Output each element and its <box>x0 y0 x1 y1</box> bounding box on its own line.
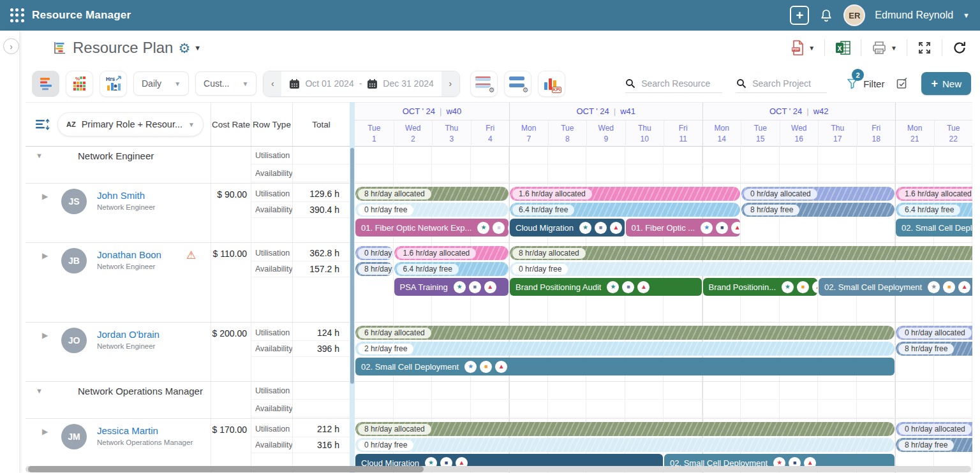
expand-resource-button[interactable]: ▶ <box>42 192 48 201</box>
view-toggle-plan[interactable] <box>32 71 59 97</box>
collapse-group-button[interactable]: ▼ <box>36 152 43 159</box>
project-bar[interactable]: 02. Small Cell Deployment★■▲ <box>355 358 895 375</box>
search-project-input[interactable] <box>751 78 827 89</box>
calendar-icon[interactable] <box>289 78 300 89</box>
expand-resource-button[interactable]: ▶ <box>42 331 48 340</box>
vertical-scrollbar-thumb[interactable] <box>350 148 354 384</box>
day-number: 7 <box>526 135 531 143</box>
calendar-icon[interactable] <box>367 78 378 89</box>
availability-bar[interactable]: 6.4 hr/day free <box>394 262 509 276</box>
row-expand-all-icon[interactable] <box>34 118 50 131</box>
horizontal-scrollbar[interactable] <box>26 466 971 472</box>
utilisation-bar[interactable]: 0 hr/day allocated <box>896 326 972 340</box>
prev-period-button[interactable]: ‹ <box>264 71 281 96</box>
collapse-group-button[interactable]: ▼ <box>36 387 43 395</box>
resource-name-link[interactable]: John Smith <box>97 190 155 201</box>
group-sort-select[interactable]: AZ Primary Role + Resour... ▼ <box>57 112 204 136</box>
expand-resource-button[interactable]: ▶ <box>42 427 48 436</box>
kpi-panel-button[interactable]: KPI <box>538 71 565 97</box>
view-toggle-hours-kpi[interactable]: Hrs <box>100 71 127 97</box>
resource-name-link[interactable]: Jordan O'brain <box>97 329 160 340</box>
view-settings-gear-icon[interactable]: ⚙ <box>178 41 190 55</box>
availability-bar-label: 0 hr/day free <box>512 264 568 275</box>
project-bar[interactable]: 01. Fiber Optic ...★■▲ <box>626 219 741 236</box>
availability-bar[interactable]: 8 hr/day <box>355 262 393 276</box>
pdf-options-caret-icon[interactable]: ▼ <box>808 45 815 52</box>
chevron-down-icon: ▼ <box>188 121 195 128</box>
availability-bar[interactable]: 0 hr/day free <box>510 262 972 276</box>
utilisation-bar[interactable]: 8 hr/day allocated <box>355 422 895 436</box>
project-bar[interactable]: PSA Training★■▲ <box>394 278 509 296</box>
date-from-value[interactable]: Oct 01 2024 <box>305 78 353 89</box>
user-avatar[interactable]: ER <box>843 4 865 26</box>
row-display-settings-button[interactable]: ⚙ <box>470 71 498 97</box>
day-of-week: Wed <box>791 124 806 133</box>
utilisation-bar[interactable]: 6 hr/day allocated <box>355 326 895 340</box>
utilisation-bar[interactable]: 8 hr/day allocated <box>510 246 972 260</box>
new-button[interactable]: + New <box>921 72 971 95</box>
availability-bar[interactable]: 8 hr/day free <box>741 203 895 217</box>
utilisation-bar[interactable]: 0 hr/day allocated <box>896 422 972 436</box>
day-number: 9 <box>604 135 608 143</box>
print-button[interactable]: ▼ <box>871 40 897 55</box>
utilisation-bar[interactable]: 1.6 hr/day allocated <box>896 187 972 201</box>
bar-display-settings-button[interactable]: ⚙ <box>504 71 531 97</box>
availability-bar[interactable]: 6.4 hr/day free <box>510 203 740 217</box>
availability-bar[interactable]: 8 hr/day free <box>896 438 972 452</box>
user-menu-chevron-icon[interactable]: ▼ <box>963 11 970 19</box>
horizontal-scrollbar-thumb[interactable] <box>28 466 424 472</box>
week-header-cell: OCT ' 24|w40 <box>355 103 509 120</box>
project-bar[interactable]: Brand Positioning Audit★■▲ <box>510 278 702 296</box>
day-number: 14 <box>718 135 726 143</box>
utilisation-bar[interactable]: 0 hr/day <box>355 246 393 260</box>
sidebar-expand-button[interactable]: › <box>3 38 19 54</box>
search-resource-input[interactable] <box>640 78 722 89</box>
week-separator: | <box>440 106 442 116</box>
project-lane: PSA Training★■▲Brand Positioning Audit★■… <box>355 278 972 296</box>
availability-bar[interactable]: 6.4 hr/day free <box>896 203 972 217</box>
utilisation-bar[interactable]: 8 hr/day allocated <box>355 187 509 201</box>
availability-bar[interactable]: 2 hr/day free <box>355 342 895 356</box>
project-bar[interactable]: Cloud Migration★■▲ <box>510 219 625 236</box>
refresh-button[interactable] <box>952 40 967 55</box>
filter-presets-button[interactable] <box>896 77 909 90</box>
expand-resource-button[interactable]: ▶ <box>42 251 48 260</box>
filter-button[interactable]: 2 Filter <box>846 77 884 90</box>
user-name: Edmund Reynold <box>875 10 953 21</box>
granularity-select[interactable]: Daily ▼ <box>133 71 189 96</box>
project-bar[interactable]: 01. Fiber Optic Network Exp...★■▲ <box>355 219 509 236</box>
date-to-value[interactable]: Dec 31 2024 <box>383 78 433 89</box>
utilisation-bar[interactable]: 0 hr/day allocated <box>741 187 895 201</box>
resource-name-link[interactable]: Jessica Martin <box>97 425 193 436</box>
quick-add-button[interactable]: + <box>790 6 809 25</box>
availability-bar-label: 2 hr/day free <box>358 344 413 354</box>
availability-bar[interactable]: 8 hr/day free <box>896 342 972 356</box>
resource-table-body: ▼Network EngineerUtilisationAvailability… <box>26 147 350 473</box>
resource-table-header: AZ Primary Role + Resour... ▼ Cost Rate … <box>26 102 350 147</box>
notifications-bell-icon[interactable] <box>819 8 834 23</box>
svg-text:PDF: PDF <box>792 47 800 51</box>
vertical-scrollbar[interactable] <box>350 102 355 473</box>
apps-grid-icon[interactable] <box>10 8 24 22</box>
week-separator: | <box>614 106 616 116</box>
view-dropdown-caret-icon[interactable]: ▼ <box>194 44 201 52</box>
availability-bar[interactable]: 0 hr/day free <box>355 203 509 217</box>
fullscreen-button[interactable] <box>917 40 932 55</box>
search-project-field <box>736 74 827 93</box>
triangle-icon: ▲ <box>812 281 817 293</box>
day-header-cell: Mon14 <box>702 120 741 147</box>
export-pdf-button[interactable]: PDF ▼ <box>790 40 815 56</box>
range-preset-select[interactable]: Cust... ▼ <box>195 71 256 96</box>
utilisation-bar[interactable]: 1.6 hr/day allocated <box>394 246 509 260</box>
project-bar[interactable]: 02. Small Cell Deployment <box>896 219 972 236</box>
heatmap-percent-icon: % <box>71 75 88 92</box>
project-bar[interactable]: Brand Positionin...★■▲ <box>703 278 818 296</box>
project-bar[interactable]: 02. Small Cell Deployment★■▲ <box>819 278 972 296</box>
availability-bar[interactable]: 0 hr/day free <box>355 438 895 452</box>
export-excel-button[interactable]: X <box>835 40 851 55</box>
print-options-caret-icon[interactable]: ▼ <box>891 45 897 52</box>
utilisation-bar[interactable]: 1.6 hr/day allocated <box>510 187 740 201</box>
next-period-button[interactable]: › <box>442 71 459 96</box>
view-toggle-heatmap[interactable]: % <box>66 71 93 97</box>
resource-name-link[interactable]: Jonathan Boon <box>97 249 161 260</box>
